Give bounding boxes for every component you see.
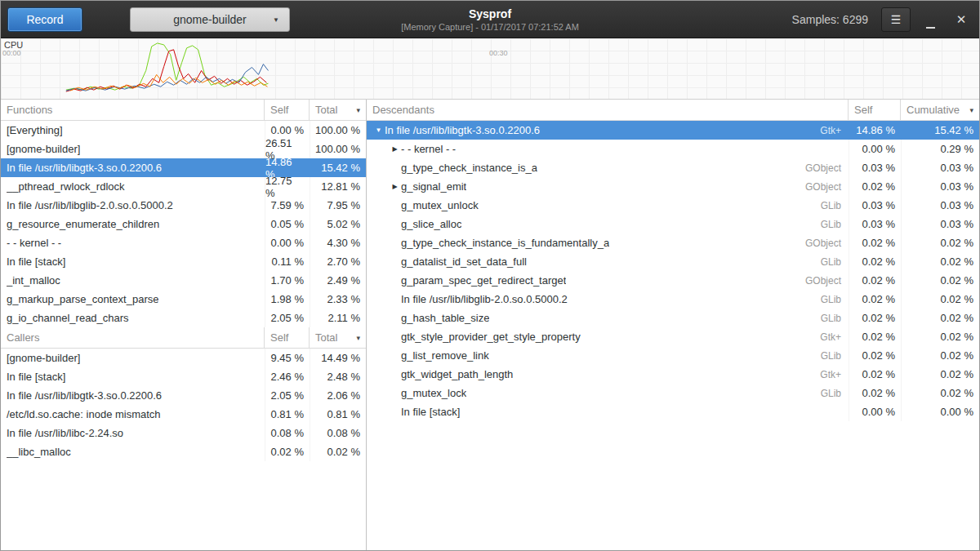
table-row[interactable]: In file [stack]0.11 %2.70 % (1, 252, 366, 271)
table-row[interactable]: gtk_style_provider_get_style_propertyGtk… (367, 327, 979, 346)
cell-name: g_datalist_id_set_data_fullGLib (367, 252, 849, 271)
minimize-button[interactable] (919, 7, 942, 32)
cell-total-percent: 0.02 % (901, 252, 979, 271)
table-row[interactable]: ▶g_signal_emitGObject0.02 %0.03 % (367, 177, 979, 196)
cell-total-percent: 0.02 % (901, 365, 979, 384)
column-header-cumulative[interactable]: Cumulative▾ (901, 100, 979, 120)
table-row[interactable]: g_markup_parse_context_parse1.98 %2.33 % (1, 290, 366, 309)
column-header-self[interactable]: Self (849, 100, 901, 120)
functions-table: FunctionsSelfTotal▾[Everything]0.00 %100… (1, 100, 366, 327)
table-row[interactable]: [gnome-builder]9.45 %14.49 % (1, 349, 366, 367)
function-name: - - kernel - - (401, 143, 456, 155)
expander-open-icon[interactable]: ▼ (372, 127, 385, 134)
table-row[interactable]: In file /usr/lib/libc-2.24.so0.08 %0.08 … (1, 424, 366, 442)
column-header-callers[interactable]: Callers (1, 327, 265, 348)
table-row[interactable]: g_param_spec_get_redirect_targetGObject0… (367, 271, 979, 290)
column-header-total[interactable]: Total▾ (310, 327, 366, 348)
function-name: g_signal_emit (401, 180, 466, 193)
cell-name: g_io_channel_read_chars (1, 309, 265, 327)
cell-total-percent: 2.49 % (310, 271, 366, 290)
table-row[interactable]: g_type_check_instance_is_fundamentally_a… (367, 233, 979, 252)
target-selector-dropdown[interactable]: gnome-builder ▼ (130, 7, 290, 32)
cell-total-percent: 2.11 % (310, 309, 366, 327)
column-header-label: Descendants (372, 104, 434, 116)
column-header-functions[interactable]: Functions (1, 100, 265, 120)
cell-name: In file /usr/lib/libc-2.24.so (1, 424, 265, 442)
table-row[interactable]: [gnome-builder]26.51 %100.00 % (1, 140, 366, 158)
function-name: [gnome-builder] (7, 143, 80, 155)
time-tick-mid: 00:30 (489, 49, 508, 57)
library-badge: Gtk+ (813, 369, 849, 380)
cell-total-percent: 0.03 % (901, 177, 979, 196)
function-name: __libc_malloc (7, 446, 71, 458)
table-row[interactable]: g_mutex_unlockGLib0.03 %0.03 % (367, 196, 979, 215)
cpu-graph[interactable]: CPU 00:00 00:30 (1, 38, 979, 100)
table-row[interactable]: g_slice_allocGLib0.03 %0.03 % (367, 215, 979, 233)
library-badge: GLib (814, 294, 849, 305)
cell-self-percent: 0.02 % (849, 177, 901, 196)
table-row[interactable]: _int_malloc1.70 %2.49 % (1, 271, 366, 290)
cell-self-percent: 0.00 % (265, 233, 310, 252)
table-row[interactable]: In file /usr/lib/libglib-2.0.so.0.5000.2… (1, 196, 366, 215)
table-row[interactable]: __pthread_rwlock_rdlock12.75 %12.81 % (1, 177, 366, 196)
cell-total-percent: 0.00 % (901, 402, 979, 421)
column-header-total[interactable]: Total▾ (310, 100, 366, 120)
table-row[interactable]: ▼In file /usr/lib/libgtk-3.so.0.2200.6Gt… (367, 121, 979, 140)
sysprof-window: Record gnome-builder ▼ Sysprof [Memory C… (0, 0, 980, 551)
column-header-descendants[interactable]: Descendants (367, 100, 849, 120)
column-header-self[interactable]: Self (265, 327, 310, 348)
cell-name: - - kernel - - (1, 233, 265, 252)
record-button[interactable]: Record (7, 7, 82, 32)
table-row[interactable]: gtk_widget_path_lengthGtk+0.02 %0.02 % (367, 365, 979, 384)
cell-name: __pthread_rwlock_rdlock (1, 177, 265, 196)
cell-self-percent: 0.02 % (849, 384, 901, 402)
cell-self-percent: 1.98 % (265, 290, 310, 309)
function-name: g_mutex_unlock (401, 199, 479, 211)
table-row[interactable]: g_type_check_instance_is_aGObject0.03 %0… (367, 158, 979, 177)
table-row[interactable]: /etc/ld.so.cache: inode mismatch0.81 %0.… (1, 405, 366, 424)
cell-self-percent: 0.11 % (265, 252, 310, 271)
table-row[interactable]: g_resource_enumerate_children0.05 %5.02 … (1, 215, 366, 233)
cell-name: g_resource_enumerate_children (1, 215, 265, 233)
table-row[interactable]: g_mutex_lockGLib0.02 %0.02 % (367, 384, 979, 402)
column-header-label: Total (315, 331, 337, 344)
cell-name: gtk_widget_path_lengthGtk+ (367, 365, 849, 384)
cell-total-percent: 0.02 % (901, 233, 979, 252)
close-button[interactable]: ✕ (950, 7, 973, 32)
column-header-self[interactable]: Self (265, 100, 310, 120)
cell-name: _int_malloc (1, 271, 265, 290)
function-name: In file /usr/lib/libgtk-3.so.0.2200.6 (7, 389, 162, 402)
expander-closed-icon[interactable]: ▶ (389, 145, 401, 153)
function-name: g_datalist_id_set_data_full (401, 256, 527, 268)
sort-indicator-icon: ▾ (964, 106, 973, 114)
cell-name: g_type_check_instance_is_aGObject (367, 158, 849, 177)
table-row[interactable]: [Everything]0.00 %100.00 % (1, 121, 366, 140)
expander-closed-icon[interactable]: ▶ (389, 183, 401, 190)
cell-total-percent: 0.02 % (901, 384, 979, 402)
table-row[interactable]: In file [stack]2.46 %2.48 % (1, 367, 366, 386)
cell-self-percent: 9.45 % (265, 349, 310, 367)
table-row[interactable]: In file [stack]0.00 %0.00 % (367, 402, 979, 421)
cell-total-percent: 2.70 % (310, 252, 366, 271)
table-row[interactable]: g_datalist_id_set_data_fullGLib0.02 %0.0… (367, 252, 979, 271)
table-row[interactable]: In file /usr/lib/libgtk-3.so.0.2200.614.… (1, 158, 366, 177)
table-row[interactable]: In file /usr/lib/libgtk-3.so.0.2200.62.0… (1, 386, 366, 405)
table-row[interactable]: g_hash_table_sizeGLib0.02 %0.02 % (367, 309, 979, 327)
menu-button[interactable]: ☰ (881, 7, 911, 32)
column-header-label: Self (270, 104, 288, 116)
cell-total-percent: 15.42 % (310, 158, 366, 177)
table-row[interactable]: ▶- - kernel - -0.00 %0.29 % (367, 140, 979, 158)
table-row[interactable]: g_io_channel_read_chars2.05 %2.11 % (1, 309, 366, 327)
library-badge: GObject (799, 275, 849, 287)
table-row[interactable]: - - kernel - -0.00 %4.30 % (1, 233, 366, 252)
cell-name: [gnome-builder] (1, 140, 265, 158)
table-row[interactable]: __libc_malloc0.02 %0.02 % (1, 442, 366, 461)
table-row[interactable]: g_list_remove_linkGLib0.02 %0.02 % (367, 346, 979, 365)
library-badge: GLib (814, 388, 849, 399)
cell-total-percent: 0.02 % (901, 327, 979, 346)
function-name: In file /usr/lib/libgtk-3.so.0.2200.6 (385, 124, 540, 136)
table-row[interactable]: In file /usr/lib/libglib-2.0.so.0.5000.2… (367, 290, 979, 309)
cell-self-percent: 0.02 % (849, 346, 901, 365)
cell-self-percent: 0.03 % (849, 196, 901, 215)
column-header-label: Self (854, 104, 872, 116)
